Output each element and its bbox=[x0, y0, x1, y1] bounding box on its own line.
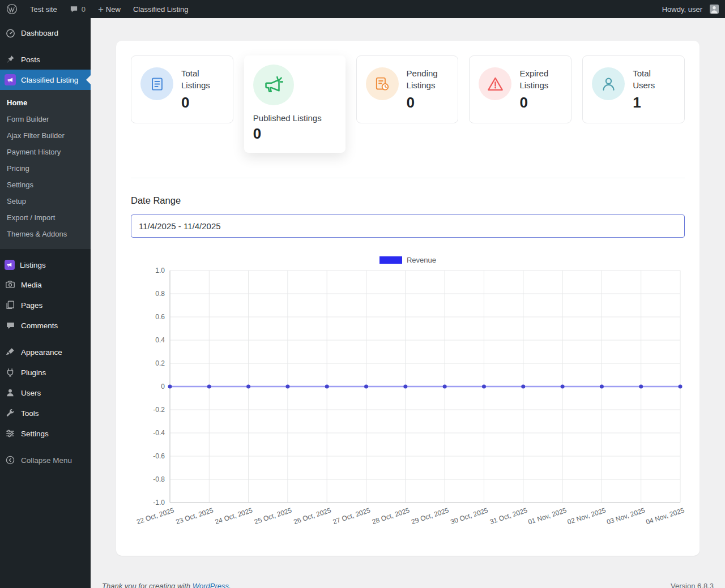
new-content-button[interactable]: + New bbox=[92, 0, 127, 18]
document-clock-icon bbox=[366, 67, 399, 100]
legend-swatch bbox=[379, 256, 402, 264]
plus-icon: + bbox=[98, 5, 104, 14]
sliders-icon bbox=[5, 428, 16, 439]
stats-row: Total Listings 0 Published Listings 0 bbox=[131, 55, 685, 153]
classified-listing-icon bbox=[5, 74, 16, 85]
footer: Thank you for creating with WordPress. V… bbox=[102, 582, 714, 588]
svg-text:-0.4: -0.4 bbox=[153, 429, 165, 437]
plug-icon bbox=[5, 367, 16, 378]
svg-text:-0.8: -0.8 bbox=[153, 475, 165, 483]
sidebar-item-comments[interactable]: Comments bbox=[0, 315, 91, 336]
footer-thanks: Thank you for creating with WordPress. bbox=[102, 582, 231, 588]
svg-text:29 Oct, 2025: 29 Oct, 2025 bbox=[410, 506, 450, 526]
sidebar-item-label: Pages bbox=[21, 301, 42, 310]
list-icon bbox=[140, 67, 173, 100]
svg-text:-0.2: -0.2 bbox=[153, 406, 165, 414]
stat-card-total-listings: Total Listings 0 bbox=[131, 55, 233, 123]
wordpress-link[interactable]: WordPress bbox=[193, 582, 229, 588]
sidebar-item-listings[interactable]: Listings bbox=[0, 255, 91, 274]
date-range-title: Date Range bbox=[131, 195, 685, 206]
sidebar-item-label: Dashboard bbox=[21, 29, 58, 37]
svg-text:25 Oct, 2025: 25 Oct, 2025 bbox=[253, 506, 293, 526]
stat-card-pending-listings: Pending Listings 0 bbox=[356, 55, 459, 123]
svg-text:22 Oct, 2025: 22 Oct, 2025 bbox=[135, 506, 175, 526]
stat-label: Pending Listings bbox=[407, 67, 449, 91]
dashboard-icon bbox=[5, 27, 16, 38]
revenue-chart: 1.00.80.60.40.20-0.2-0.4-0.6-0.8-1.022 O… bbox=[131, 267, 685, 527]
wordpress-logo-icon bbox=[6, 3, 18, 15]
user-icon bbox=[592, 67, 625, 100]
submenu-item-themes-addons[interactable]: Themes & Addons bbox=[0, 226, 91, 242]
sidebar-item-label: Listings bbox=[20, 261, 46, 269]
chart-legend: Revenue bbox=[131, 256, 685, 264]
comments-count: 0 bbox=[82, 5, 86, 14]
sidebar-item-appearance[interactable]: Appearance bbox=[0, 342, 91, 362]
camera-icon bbox=[5, 279, 16, 290]
legend-label: Revenue bbox=[407, 256, 436, 264]
submenu-item-pricing[interactable]: Pricing bbox=[0, 160, 91, 177]
dashboard-card: Total Listings 0 Published Listings 0 bbox=[116, 41, 700, 556]
stat-label: Published Listings bbox=[253, 112, 322, 124]
svg-text:26 Oct, 2025: 26 Oct, 2025 bbox=[292, 506, 332, 526]
svg-text:02 Nov, 2025: 02 Nov, 2025 bbox=[566, 506, 607, 526]
svg-text:27 Oct, 2025: 27 Oct, 2025 bbox=[332, 506, 372, 526]
howdy-label: Howdy, user bbox=[662, 5, 702, 14]
sidebar-item-posts[interactable]: Posts bbox=[0, 49, 91, 70]
submenu-item-settings[interactable]: Settings bbox=[0, 177, 91, 193]
main-content: Total Listings 0 Published Listings 0 bbox=[91, 18, 725, 588]
avatar bbox=[710, 5, 719, 14]
svg-text:24 Oct, 2025: 24 Oct, 2025 bbox=[214, 506, 254, 526]
stat-card-expired-listings: Expired Listings 0 bbox=[469, 55, 572, 123]
sidebar-item-label: Media bbox=[21, 281, 42, 289]
svg-text:03 Nov, 2025: 03 Nov, 2025 bbox=[605, 506, 646, 526]
sidebar-item-label: Collapse Menu bbox=[21, 456, 72, 465]
sidebar-item-label: Comments bbox=[21, 321, 58, 330]
svg-text:-1.0: -1.0 bbox=[153, 499, 165, 507]
classified-listing-toolbar-link[interactable]: Classified Listing bbox=[127, 0, 195, 18]
collapse-menu-button[interactable]: Collapse Menu bbox=[0, 450, 91, 470]
pages-icon bbox=[5, 299, 16, 311]
submenu-item-form-builder[interactable]: Form Builder bbox=[0, 111, 91, 127]
revenue-chart-section: Revenue 1.00.80.60.40.20-0.2-0.4-0.6-0.8… bbox=[131, 256, 685, 529]
sidebar-item-label: Users bbox=[21, 389, 41, 397]
sidebar-item-pages[interactable]: Pages bbox=[0, 295, 91, 315]
svg-text:23 Oct, 2025: 23 Oct, 2025 bbox=[175, 506, 215, 526]
comment-bubble-icon bbox=[5, 320, 16, 331]
sidebar-item-label: Settings bbox=[21, 430, 49, 438]
sidebar-item-tools[interactable]: Tools bbox=[0, 403, 91, 423]
footer-version: Version 6.8.3 bbox=[671, 582, 714, 588]
site-name-link[interactable]: Test site bbox=[24, 0, 63, 18]
submenu-item-home[interactable]: Home bbox=[0, 95, 91, 111]
sidebar-item-classified-listing[interactable]: Classified Listing bbox=[0, 70, 91, 90]
howdy-account-menu[interactable]: Howdy, user bbox=[656, 0, 725, 18]
sidebar-item-label: Posts bbox=[21, 55, 40, 64]
collapse-arrow-icon bbox=[5, 454, 16, 466]
new-content-label: New bbox=[106, 5, 121, 14]
stat-value: 0 bbox=[253, 125, 322, 143]
paintbrush-icon bbox=[5, 346, 16, 358]
submenu-item-payment-history[interactable]: Payment History bbox=[0, 144, 91, 160]
sidebar-separator bbox=[0, 336, 91, 342]
divider bbox=[131, 178, 685, 178]
stat-label: Total Users bbox=[633, 67, 675, 91]
submenu-item-ajax-filter-builder[interactable]: Ajax Filter Builder bbox=[0, 127, 91, 144]
stat-label: Expired Listings bbox=[519, 67, 562, 91]
sidebar-separator bbox=[0, 249, 91, 255]
comments-shortcut[interactable]: 0 bbox=[63, 0, 92, 18]
sidebar-item-media[interactable]: Media bbox=[0, 274, 91, 295]
sidebar-item-settings[interactable]: Settings bbox=[0, 423, 91, 444]
megaphone-icon bbox=[253, 65, 294, 105]
sidebar-item-plugins[interactable]: Plugins bbox=[0, 362, 91, 383]
svg-text:28 Oct, 2025: 28 Oct, 2025 bbox=[371, 506, 411, 526]
submenu-item-setup[interactable]: Setup bbox=[0, 193, 91, 209]
date-range-input[interactable] bbox=[131, 214, 685, 238]
sidebar-item-users[interactable]: Users bbox=[0, 383, 91, 403]
svg-text:30 Oct, 2025: 30 Oct, 2025 bbox=[450, 506, 489, 526]
stat-card-total-users: Total Users 1 bbox=[582, 55, 685, 123]
svg-text:01 Nov, 2025: 01 Nov, 2025 bbox=[527, 506, 568, 526]
stat-value: 0 bbox=[407, 94, 449, 111]
wordpress-logo-menu[interactable] bbox=[0, 0, 24, 18]
sidebar-item-dashboard[interactable]: Dashboard bbox=[0, 23, 91, 43]
submenu-item-export-import[interactable]: Export / Import bbox=[0, 209, 91, 226]
listings-icon bbox=[5, 260, 15, 270]
